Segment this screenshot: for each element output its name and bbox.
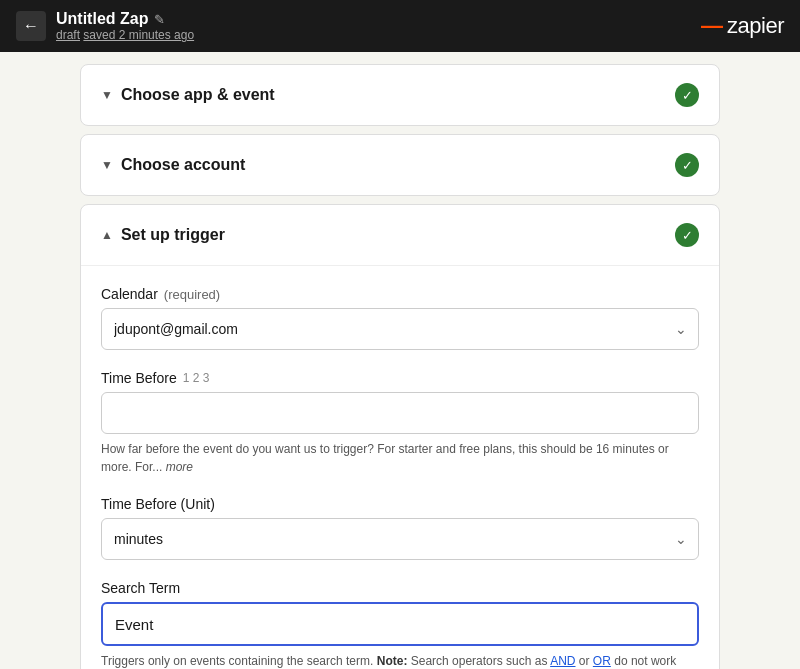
logo-dash-icon: — xyxy=(701,13,723,39)
and-link[interactable]: AND xyxy=(550,654,575,668)
choose-app-status-badge: ✓ xyxy=(675,83,699,107)
search-term-helper-prefix: Triggers only on events containing the s… xyxy=(101,654,373,668)
zapier-logo: — zapier xyxy=(701,13,784,39)
calendar-select[interactable]: jdupont@gmail.com xyxy=(101,308,699,350)
choose-account-section: ▼ Choose account ✓ xyxy=(80,134,720,196)
choose-app-title: Choose app & event xyxy=(121,86,275,104)
chevron-up-icon: ▲ xyxy=(101,228,113,242)
saved-label: saved 2 minutes ago xyxy=(83,28,194,42)
choose-account-title: Choose account xyxy=(121,156,245,174)
back-button[interactable]: ← xyxy=(16,11,46,41)
choose-app-header-left: ▼ Choose app & event xyxy=(101,86,275,104)
search-term-label: Search Term xyxy=(101,580,699,596)
setup-trigger-header[interactable]: ▲ Set up trigger ✓ xyxy=(81,205,719,265)
time-before-unit-label-text: Time Before (Unit) xyxy=(101,496,215,512)
chevron-down-icon: ▼ xyxy=(101,88,113,102)
logo-text: zapier xyxy=(727,13,784,39)
draft-label: draft xyxy=(56,28,80,42)
header-left: ← Untitled Zap ✎ draft saved 2 minutes a… xyxy=(16,10,194,42)
setup-trigger-body: Calendar (required) jdupont@gmail.com ⌄ … xyxy=(81,265,719,669)
calendar-field-group: Calendar (required) jdupont@gmail.com ⌄ xyxy=(101,286,699,350)
zap-subtitle: draft saved 2 minutes ago xyxy=(56,28,194,42)
search-term-helper: Triggers only on events containing the s… xyxy=(101,652,699,669)
setup-trigger-title: Set up trigger xyxy=(121,226,225,244)
header: ← Untitled Zap ✎ draft saved 2 minutes a… xyxy=(0,0,800,52)
time-before-input[interactable]: 15 xyxy=(101,392,699,434)
time-before-label-text: Time Before xyxy=(101,370,177,386)
choose-account-header-left: ▼ Choose account xyxy=(101,156,245,174)
checkmark-icon: ✓ xyxy=(682,228,693,243)
calendar-required-text: (required) xyxy=(164,287,220,302)
checkmark-icon: ✓ xyxy=(682,88,693,103)
time-before-label: Time Before 1 2 3 xyxy=(101,370,699,386)
choose-app-header[interactable]: ▼ Choose app & event ✓ xyxy=(81,65,719,125)
setup-trigger-status-badge: ✓ xyxy=(675,223,699,247)
search-term-label-text: Search Term xyxy=(101,580,180,596)
search-term-note: Note: xyxy=(377,654,408,668)
time-before-unit-select[interactable]: minutes xyxy=(101,518,699,560)
calendar-select-wrapper: jdupont@gmail.com ⌄ xyxy=(101,308,699,350)
back-arrow-icon: ← xyxy=(23,17,39,35)
time-before-numbered: 1 2 3 xyxy=(183,371,210,385)
time-before-helper: How far before the event do you want us … xyxy=(101,440,699,476)
zap-title: Untitled Zap xyxy=(56,10,148,28)
time-before-more-link[interactable]: more xyxy=(166,460,193,474)
time-before-unit-label: Time Before (Unit) xyxy=(101,496,699,512)
search-term-helper-middle: Search operators such as xyxy=(411,654,550,668)
calendar-label-text: Calendar xyxy=(101,286,158,302)
zap-title-row: Untitled Zap ✎ xyxy=(56,10,194,28)
setup-trigger-header-left: ▲ Set up trigger xyxy=(101,226,225,244)
setup-trigger-section: ▲ Set up trigger ✓ Calendar (required) j… xyxy=(80,204,720,669)
search-term-input[interactable] xyxy=(101,602,699,646)
checkmark-icon: ✓ xyxy=(682,158,693,173)
choose-app-section: ▼ Choose app & event ✓ xyxy=(80,64,720,126)
calendar-label: Calendar (required) xyxy=(101,286,699,302)
choose-account-header[interactable]: ▼ Choose account ✓ xyxy=(81,135,719,195)
time-before-field-group: Time Before 1 2 3 15 How far before the … xyxy=(101,370,699,476)
or-link[interactable]: OR xyxy=(593,654,611,668)
edit-icon[interactable]: ✎ xyxy=(154,12,165,27)
search-term-field-group: Search Term Triggers only on events cont… xyxy=(101,580,699,669)
time-before-unit-select-wrapper: minutes ⌄ xyxy=(101,518,699,560)
time-before-unit-field-group: Time Before (Unit) minutes ⌄ xyxy=(101,496,699,560)
chevron-down-icon: ▼ xyxy=(101,158,113,172)
choose-account-status-badge: ✓ xyxy=(675,153,699,177)
main-content: ▼ Choose app & event ✓ ▼ Choose account … xyxy=(0,52,800,669)
zap-info: Untitled Zap ✎ draft saved 2 minutes ago xyxy=(56,10,194,42)
or-text: or xyxy=(579,654,593,668)
